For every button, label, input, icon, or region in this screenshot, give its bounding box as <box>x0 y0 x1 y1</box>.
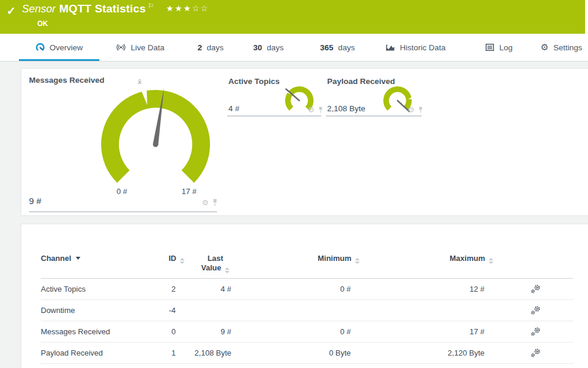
object-kind-label: Sensor <box>22 3 56 15</box>
tab-log[interactable]: Log <box>485 34 513 61</box>
panel-divider <box>227 115 321 117</box>
tab-label: days <box>207 43 224 52</box>
tab-label: Settings <box>553 43 582 52</box>
gauge-payload-received: Payload Received 2,108 Byte ⚙ <box>326 69 422 117</box>
gauges-card: Messages Received x̄ 0 # 17 # 9 # ⚙ <box>21 68 588 216</box>
tab-label: Log <box>499 43 513 52</box>
column-label: Last Value <box>201 254 223 272</box>
table-row: Payload Received 1 2,108 Byte 0 Byte 2,1… <box>41 343 573 364</box>
tab-label: days <box>267 43 284 52</box>
channel-minimum: 0 Byte <box>231 348 351 357</box>
priority-stars[interactable]: ★★★☆☆ <box>166 4 209 13</box>
channel-minimum: 0 # <box>231 327 351 336</box>
gauge-toolbar: ⚙ <box>408 106 424 114</box>
prtg-sensor-page: ✓ SensorMQTT Statistics⚐ ★★★☆☆ OK Overvi… <box>0 0 588 368</box>
tab-2-days[interactable]: 2 days <box>198 34 224 61</box>
gauge-settings-icon[interactable]: ⚙ <box>308 106 315 114</box>
flag-icon[interactable]: ⚐ <box>148 2 154 10</box>
column-header-last-value[interactable]: Last Value <box>176 254 231 273</box>
gauge-title: Active Topics <box>228 77 280 86</box>
panel-divider <box>29 211 217 212</box>
tab-settings[interactable]: ⚙ Settings <box>541 34 582 61</box>
header-right-strip <box>585 0 588 34</box>
chart-icon <box>386 43 395 52</box>
edit-channel-settings-icon[interactable] <box>531 348 541 358</box>
channel-name: Active Topics <box>41 285 156 293</box>
column-header-minimum[interactable]: Minimum <box>231 254 351 264</box>
table-header-row: Channel ID Last Value Minimum Maximum <box>41 224 573 279</box>
gauge-dial: x̄ <box>91 75 221 205</box>
channel-maximum: 2,120 Byte <box>351 348 484 357</box>
channel-maximum: 17 # <box>351 327 484 336</box>
gauge-settings-icon[interactable]: ⚙ <box>202 199 209 206</box>
pin-icon[interactable] <box>318 106 324 114</box>
broadcast-icon <box>116 43 126 52</box>
gauge-settings-icon[interactable]: ⚙ <box>408 106 415 114</box>
gauge-scale-min: 0 # <box>117 187 127 196</box>
channel-name: Payload Received <box>41 348 156 357</box>
column-label: Channel <box>41 254 71 263</box>
sort-toggle-icon <box>225 267 230 273</box>
gauge-value: 2,108 Byte <box>327 104 366 113</box>
tab-365-days[interactable]: 365 days <box>320 34 355 61</box>
channel-id: 1 <box>156 348 176 357</box>
column-header-maximum[interactable]: Maximum <box>351 254 484 264</box>
tab-label: days <box>338 43 356 52</box>
tab-number: 2 <box>198 43 202 52</box>
gauge-active-topics: Active Topics 4 # ⚙ <box>227 69 321 117</box>
edit-channel-settings-icon[interactable] <box>531 284 541 294</box>
gauge-toolbar: ⚙ <box>202 199 218 206</box>
sort-desc-icon <box>76 257 80 260</box>
channel-id: 0 <box>156 327 176 336</box>
status-check-icon: ✓ <box>7 4 16 18</box>
gauge-messages-received: Messages Received x̄ 0 # 17 # 9 # ⚙ <box>29 69 217 212</box>
gauge-toolbar: ⚙ <box>308 106 324 114</box>
table-row: Messages Received 0 9 # 0 # 17 # <box>41 321 573 343</box>
tab-label: Live Data <box>131 43 164 52</box>
tab-30-days[interactable]: 30 days <box>253 34 284 61</box>
channel-last-value: 4 # <box>176 285 231 293</box>
tab-label: Historic Data <box>400 43 445 52</box>
gauge-value: 9 # <box>29 196 41 206</box>
channel-id: 2 <box>156 285 176 293</box>
channel-last-value: 2,108 Byte <box>176 348 231 357</box>
channel-name: Downtime <box>41 306 156 315</box>
edit-channel-settings-icon[interactable] <box>531 305 541 315</box>
column-header-channel[interactable]: Channel <box>41 254 156 263</box>
edit-channel-settings-icon[interactable] <box>531 327 541 337</box>
tab-overview[interactable]: Overview <box>19 34 99 61</box>
table-row: Downtime -4 <box>41 300 573 321</box>
table-row: Active Topics 2 4 # 0 # 12 # <box>41 279 573 300</box>
panel-divider <box>326 115 422 117</box>
column-label: Maximum <box>450 254 485 263</box>
gauge-value: 4 # <box>228 104 240 113</box>
average-marker-label: x̄ <box>138 78 142 86</box>
sort-toggle-icon <box>489 258 493 264</box>
tab-historic-data[interactable]: Historic Data <box>386 34 445 61</box>
sensor-header: ✓ SensorMQTT Statistics⚐ ★★★☆☆ OK <box>0 0 588 34</box>
tab-live-data[interactable]: Live Data <box>116 34 164 61</box>
column-label: Minimum <box>318 254 351 263</box>
gauge-icon <box>35 43 45 52</box>
tab-bar: Overview Live Data 2 days 30 days 365 <box>0 34 588 62</box>
channel-minimum: 0 # <box>231 285 351 293</box>
gear-icon: ⚙ <box>541 43 548 52</box>
sensor-title-row: SensorMQTT Statistics⚐ ★★★☆☆ <box>22 2 209 15</box>
gauge-scale-max: 17 # <box>182 187 196 196</box>
tab-label: Overview <box>50 43 83 52</box>
channels-card: Channel ID Last Value Minimum Maximum Ac… <box>21 224 588 368</box>
channel-name: Messages Received <box>41 327 156 336</box>
channel-last-value: 9 # <box>176 327 231 336</box>
channel-maximum: 12 # <box>351 285 484 293</box>
channel-id: -4 <box>156 306 176 315</box>
log-icon <box>485 43 495 52</box>
column-header-id[interactable]: ID <box>156 254 176 264</box>
pin-icon[interactable] <box>212 199 218 206</box>
status-badge: OK <box>37 20 48 28</box>
tab-number: 30 <box>253 43 262 52</box>
channel-table: Channel ID Last Value Minimum Maximum Ac… <box>41 224 573 364</box>
pin-icon[interactable] <box>418 106 424 114</box>
tab-number: 365 <box>320 43 334 52</box>
sensor-name: MQTT Statistics <box>59 2 146 15</box>
